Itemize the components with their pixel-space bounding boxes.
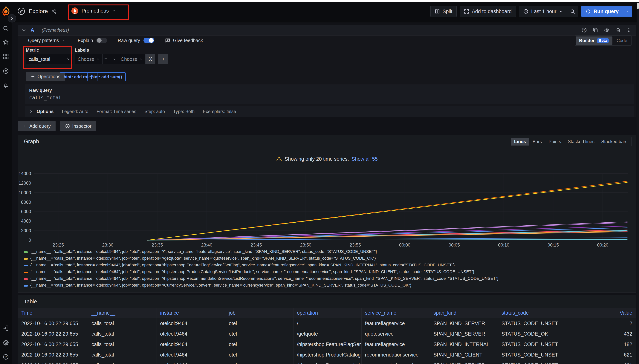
hide-response-eye-icon[interactable]	[604, 27, 610, 33]
settings-gear-icon[interactable]	[2, 340, 9, 346]
label-operator-select[interactable]: =	[102, 54, 118, 64]
query-datasource-hint: (Prometheus)	[42, 28, 69, 33]
table-cell: featureflagservice	[362, 318, 430, 329]
search-icon[interactable]	[2, 25, 9, 32]
warning-triangle-icon	[276, 156, 282, 162]
column-header[interactable]: span_kind	[430, 308, 498, 318]
add-query-button[interactable]: Add query	[18, 121, 56, 131]
table-cell: calls_total	[88, 350, 157, 360]
datasource-picker[interactable]: Prometheus	[71, 7, 116, 14]
table-cell: 621	[567, 360, 636, 364]
table-cell: /hipstershop.FeatureFlagServi...	[294, 339, 362, 350]
raw-query-toggle[interactable]	[144, 38, 154, 43]
table-cell: otelcol:9464	[157, 329, 226, 339]
time-range-picker[interactable]: Last 1 hour	[519, 6, 567, 17]
dashboards-icon[interactable]	[2, 53, 9, 60]
add-label-filter-button[interactable]: +	[158, 54, 168, 64]
legend-series-marker	[24, 278, 28, 280]
sign-in-icon[interactable]	[2, 325, 9, 332]
remove-label-filter-button[interactable]: X	[146, 54, 155, 64]
legend-series-marker	[24, 285, 28, 286]
give-feedback-link[interactable]: Give feedback	[173, 38, 203, 43]
table-cell: 182	[567, 339, 636, 350]
zoom-out-button[interactable]	[567, 6, 578, 17]
code-tab[interactable]: Code	[613, 36, 630, 45]
page-scrollbar-track[interactable]	[637, 2, 639, 364]
table-cell: otel	[226, 360, 294, 364]
builder-tab[interactable]: Builder Beta	[576, 36, 612, 45]
inspector-button[interactable]: Inspector	[60, 121, 96, 131]
drag-handle-icon[interactable]	[627, 27, 632, 33]
column-header[interactable]: operation	[294, 308, 362, 318]
y-tick-label: 6000	[18, 209, 31, 214]
label-key-select[interactable]: Choose	[75, 54, 102, 64]
info-circle-icon	[65, 124, 70, 128]
split-button[interactable]: Split	[430, 6, 457, 17]
graph-mode-points[interactable]: Points	[545, 138, 564, 146]
column-header[interactable]: instance	[157, 308, 226, 318]
sidebar-expand-button[interactable]	[8, 14, 16, 22]
x-tick-label: 23:45	[243, 242, 269, 248]
help-icon[interactable]: ?	[2, 354, 9, 360]
graph-mode-lines[interactable]: Lines	[511, 138, 529, 146]
column-header[interactable]: __name__	[88, 308, 157, 318]
chevron-down-icon	[112, 9, 116, 13]
query-toolbar: Query patterns Explain Raw query Give fe…	[28, 37, 203, 44]
time-series-chart[interactable]	[34, 172, 628, 242]
graph-mode-stacked-bars[interactable]: Stacked bars	[598, 138, 631, 146]
label-value-select[interactable]: Choose	[118, 54, 146, 64]
graph-mode-stacked-lines[interactable]: Stacked lines	[564, 138, 598, 146]
query-patterns-dropdown[interactable]: Query patterns	[28, 38, 59, 43]
explore-compass-icon[interactable]	[2, 68, 9, 74]
collapse-chevron-icon[interactable]	[22, 28, 26, 32]
duplicate-query-icon[interactable]	[592, 27, 598, 33]
refresh-icon	[586, 9, 591, 14]
legend-item[interactable]: {__name__="calls_total", instance="otelc…	[24, 283, 632, 290]
operations-button[interactable]: Operations	[26, 72, 65, 81]
column-header[interactable]: status_code	[498, 308, 567, 318]
hint-add-sum-button[interactable]: hint: add sum()	[87, 72, 126, 81]
prometheus-icon	[71, 7, 78, 14]
share-icon[interactable]	[51, 8, 57, 14]
query-help-icon[interactable]: ?	[582, 27, 587, 33]
column-header[interactable]: Time	[18, 308, 88, 318]
legend-item[interactable]: {__name__="calls_total", instance="otelc…	[24, 256, 632, 262]
table-row: 2022-10-16 00:22:29.655calls_totalotelco…	[18, 329, 636, 339]
column-header[interactable]: service_name	[362, 308, 430, 318]
table-cell: STATUS_CODE_UNSET	[498, 339, 567, 350]
chevron-down-icon	[96, 58, 100, 61]
add-to-dashboard-button[interactable]: Add to dashboard	[460, 6, 516, 17]
legend-item[interactable]: {__name__="calls_total", instance="otelc…	[24, 276, 632, 283]
table-row: 2022-10-16 00:22:29.655calls_totalotelco…	[18, 350, 636, 360]
column-header[interactable]: Value	[567, 308, 636, 318]
x-tick-label: 00:10	[491, 242, 517, 248]
starred-icon[interactable]	[2, 39, 9, 45]
options-label: Options	[37, 109, 54, 114]
x-tick-label: 23:30	[95, 242, 121, 248]
table-cell: 2022-10-16 00:22:29.655	[18, 339, 88, 350]
alerting-bell-icon[interactable]	[2, 82, 9, 89]
series-line	[148, 240, 628, 240]
page-scrollbar-thumb[interactable]	[637, 2, 639, 9]
table-header-row: Time__name__instancejoboperationservice_…	[18, 308, 636, 318]
run-query-button[interactable]: Run query	[582, 6, 623, 17]
table-cell: quoteservice	[362, 329, 430, 339]
legend-item[interactable]: {__name__="calls_total", instance="otelc…	[24, 249, 632, 256]
table-cell: featureflagservice	[362, 339, 430, 350]
legend-item[interactable]: {__name__="calls_total", instance="otelc…	[24, 269, 632, 276]
graph-mode-bars[interactable]: Bars	[529, 138, 545, 146]
x-tick-label: 00:15	[540, 242, 566, 248]
legend-item[interactable]: {__name__="calls_total", instance="otelc…	[24, 262, 632, 269]
query-row-header[interactable]: A (Prometheus) ?	[18, 25, 636, 36]
legend-series-label: {__name__="calls_total", instance="otelc…	[30, 276, 498, 281]
run-query-dropdown[interactable]	[623, 6, 632, 17]
options-row[interactable]: Options Legend: Auto Format: Time series…	[25, 106, 634, 117]
column-header[interactable]: job	[226, 308, 294, 318]
table-cell: otelcol:9464	[157, 339, 226, 350]
x-tick-label: 23:35	[144, 242, 170, 248]
explain-toggle[interactable]	[96, 38, 107, 43]
remove-query-trash-icon[interactable]	[616, 27, 621, 33]
metric-select[interactable]: calls_total	[26, 54, 73, 64]
table-cell: calls_total	[88, 339, 157, 350]
show-all-series-link[interactable]: Show all 55	[352, 156, 378, 162]
